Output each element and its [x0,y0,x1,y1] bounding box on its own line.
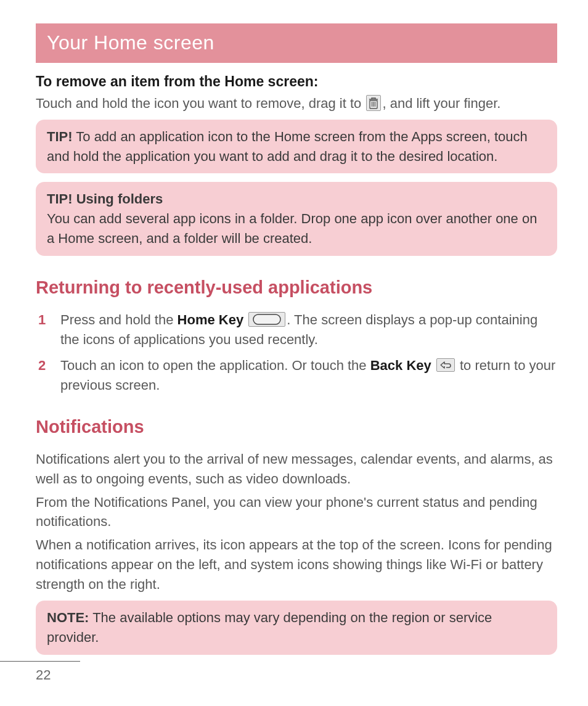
page-banner: Your Home screen [36,23,557,63]
tip2-label: TIP! Using folders [47,189,546,209]
page-number: 22 [36,665,51,685]
step1-a: Press and hold the [60,312,178,327]
banner-title: Your Home screen [47,31,214,54]
home-key-icon [248,312,285,327]
step-1: Press and hold the Home Key . The screen… [38,310,557,350]
back-key-label: Back Key [370,358,431,373]
returning-heading: Returning to recently-used applications [36,274,557,300]
remove-heading: To remove an item from the Home screen: [36,72,557,92]
tip-box-folders: TIP! Using folders You can add several a… [36,182,557,256]
note-label: NOTE: [47,610,89,625]
trash-icon [366,95,381,111]
remove-instruction: Touch and hold the icon you want to remo… [36,94,557,113]
svg-rect-0 [253,314,280,324]
tip-box-add-app: TIP! To add an application icon to the H… [36,120,557,174]
page-rule [0,661,80,662]
back-key-icon [436,358,455,372]
home-key-label: Home Key [178,312,244,327]
notifications-p3: When a notification arrives, its icon ap… [36,535,557,594]
tip1-text: To add an application icon to the Home s… [47,129,528,164]
remove-text-b: , and lift your finger. [382,96,500,111]
tip2-text: You can add several app icons in a folde… [47,209,546,248]
tip1-label: TIP! [47,129,73,144]
step2-a: Touch an icon to open the application. O… [60,358,370,373]
notifications-heading: Notifications [36,414,557,440]
note-text: The available options may vary depending… [47,610,492,645]
notifications-p2: From the Notifications Panel, you can vi… [36,493,557,532]
returning-steps: Press and hold the Home Key . The screen… [38,310,557,395]
step-2: Touch an icon to open the application. O… [38,356,557,395]
notifications-p1: Notifications alert you to the arrival o… [36,449,557,489]
note-box: NOTE: The available options may vary dep… [36,601,557,655]
remove-text-a: Touch and hold the icon you want to remo… [36,96,365,111]
